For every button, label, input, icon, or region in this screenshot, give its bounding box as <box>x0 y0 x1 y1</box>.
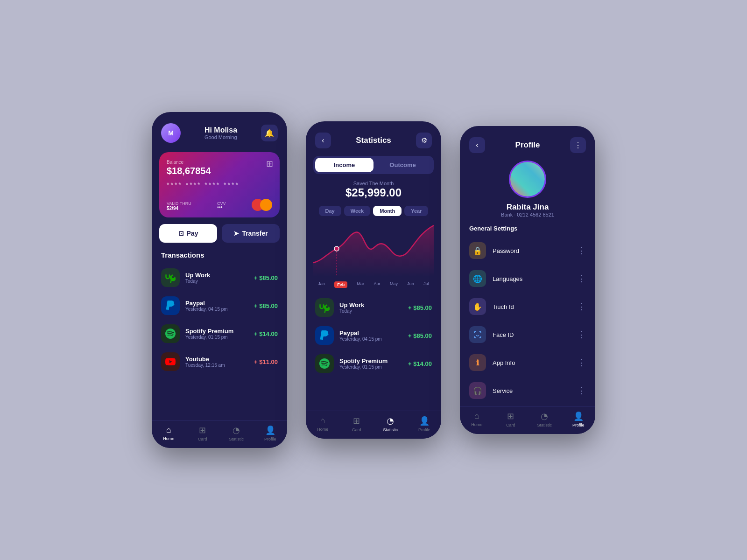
settings-touch-id[interactable]: ✋ Tiuch Id ⋮ <box>460 293 595 321</box>
nav-statistic[interactable]: ◔ Statistic <box>528 411 562 427</box>
settings-app-info[interactable]: ℹ App Info ⋮ <box>460 349 595 377</box>
transaction-row[interactable]: Up Work Today + $85.00 <box>152 264 287 292</box>
more-options-button[interactable]: ⋮ <box>570 137 586 153</box>
nav-card[interactable]: ⊞ Card <box>186 425 220 441</box>
chart-icon: ◔ <box>233 425 240 435</box>
spotify-amount: + $14.00 <box>408 360 432 367</box>
languages-more[interactable]: ⋮ <box>578 273 586 284</box>
back-button[interactable]: ‹ <box>469 137 485 153</box>
month-feb[interactable]: Feb <box>334 281 347 288</box>
nav-profile[interactable]: 👤 Profile <box>408 416 442 432</box>
home-icon: ⌂ <box>474 411 479 421</box>
transaction-row[interactable]: Paypal Yesterday, 04:15 pm + $85.00 <box>152 292 287 320</box>
nav-profile[interactable]: 👤 Profile <box>254 425 288 441</box>
greeting-sub: Good Morning <box>204 134 237 140</box>
person-icon: 👤 <box>419 416 430 426</box>
period-day[interactable]: Day <box>319 206 341 216</box>
spotify-info: Spotify Premium Yesterday, 01:15 pm <box>339 357 402 370</box>
youtube-logo <box>161 352 180 371</box>
nav-home[interactable]: ⌂ Home <box>306 416 340 432</box>
nav-profile-label: Profile <box>572 423 585 427</box>
avatar-ring <box>509 161 546 198</box>
nav-statistic[interactable]: ◔ Statistic <box>219 425 254 441</box>
password-more[interactable]: ⋮ <box>578 245 586 256</box>
payment-card: ⊞ Balance $18,67854 **** **** **** **** … <box>159 152 280 217</box>
period-week[interactable]: Week <box>344 206 371 216</box>
nav-statistic[interactable]: ◔ Statistic <box>374 416 408 432</box>
transfer-button[interactable]: ➤ Transfer <box>222 224 280 243</box>
month-apr: Apr <box>374 281 380 288</box>
chart-area <box>313 221 434 277</box>
greeting: Hi Molisa Good Morning <box>204 126 237 140</box>
password-label: Password <box>493 247 571 254</box>
profile-name: Rabita Jina <box>507 203 549 212</box>
youtube-info: Youtube Tuesday, 12:15 am <box>185 356 248 368</box>
touch-id-icon: ✋ <box>469 298 486 315</box>
languages-label: Languages <box>493 275 571 282</box>
nav-home[interactable]: ⌂ Home <box>152 425 186 441</box>
home-icon: ⌂ <box>166 425 171 435</box>
touch-id-more[interactable]: ⋮ <box>578 301 586 312</box>
settings-password[interactable]: 🔒 Password ⋮ <box>460 237 595 265</box>
stat-transaction-row[interactable]: Paypal Yesterday, 04:15 pm + $85.00 <box>306 322 441 350</box>
saved-amount: $25,999.00 <box>306 186 441 199</box>
pay-button[interactable]: ⊡ Pay <box>159 224 217 243</box>
paypal-amount: + $85.00 <box>254 302 278 309</box>
bank-info: Bank · 0212 4562 8521 <box>501 212 554 217</box>
transaction-row[interactable]: Spotify Premium Yesterday, 01:15 pm + $1… <box>152 320 287 348</box>
settings-languages[interactable]: 🌐 Languages ⋮ <box>460 265 595 293</box>
nav-card[interactable]: ⊞ Card <box>340 416 374 432</box>
settings-service[interactable]: 🎧 Service ⋮ <box>460 377 595 405</box>
service-more[interactable]: ⋮ <box>578 385 586 396</box>
face-id-more[interactable]: ⋮ <box>578 329 586 340</box>
stats-title: Statistics <box>356 136 391 145</box>
saved-label: Saved The Month <box>306 181 441 186</box>
profile-title: Profile <box>515 140 540 150</box>
card-cvv: CVV *** <box>217 201 226 211</box>
notification-bell[interactable]: 🔔 <box>261 125 278 141</box>
income-outcome-tabs: Income Outcome <box>313 156 434 174</box>
service-label: Service <box>493 387 571 394</box>
nav-profile-label: Profile <box>418 427 430 432</box>
avatar-image <box>510 162 545 196</box>
period-year[interactable]: Year <box>404 206 428 216</box>
stat-transaction-row[interactable]: Spotify Premium Yesterday, 01:15 pm + $1… <box>306 350 441 378</box>
avatar: M <box>161 123 181 143</box>
screen-profile: ‹ Profile ⋮ Rabita Jina Bank · 0212 4562… <box>460 126 595 434</box>
income-tab[interactable]: Income <box>315 158 374 172</box>
back-button[interactable]: ‹ <box>315 133 331 148</box>
card-icon: ⊞ <box>199 425 206 435</box>
nav-home[interactable]: ⌂ Home <box>460 411 494 427</box>
month-jan: Jan <box>318 281 325 288</box>
profile-section: Rabita Jina Bank · 0212 4562 8521 <box>460 161 595 217</box>
card-icon: ⊞ <box>353 416 360 426</box>
nav-home-label: Home <box>317 427 328 432</box>
saved-section: Saved The Month $25,999.00 <box>306 181 441 199</box>
stats-header: ‹ Statistics ⚙ <box>306 121 441 156</box>
nav-card[interactable]: ⊞ Card <box>494 411 528 427</box>
transaction-row[interactable]: Youtube Tuesday, 12:15 am + $11.00 <box>152 348 287 376</box>
paypal-logo <box>161 296 180 315</box>
card-bottom: VALID THRU 52/94 CVV *** <box>167 199 272 211</box>
period-month[interactable]: Month <box>373 206 402 216</box>
outcome-tab[interactable]: Outcome <box>374 158 432 172</box>
balance-amount: $18,67854 <box>167 166 272 176</box>
stat-transaction-row[interactable]: Up Work Today + $85.00 <box>306 294 441 322</box>
nav-statistic-label: Statistic <box>383 427 398 432</box>
header: M Hi Molisa Good Morning 🔔 <box>152 112 287 148</box>
greeting-name: Hi Molisa <box>204 126 237 134</box>
nav-profile-label: Profile <box>264 437 276 441</box>
nav-card-label: Card <box>198 437 207 441</box>
cvv-label: CVV <box>217 201 226 206</box>
nav-profile[interactable]: 👤 Profile <box>562 411 596 427</box>
month-jun: Jun <box>407 281 414 288</box>
upwork-logo <box>161 268 180 287</box>
nav-statistic-label: Statistic <box>229 437 244 441</box>
app-info-more[interactable]: ⋮ <box>578 357 586 368</box>
spotify-amount: + $14.00 <box>254 330 278 337</box>
person-icon: 👤 <box>265 425 275 435</box>
nav-card-label: Card <box>352 427 361 432</box>
upwork-amount: + $85.00 <box>254 274 278 281</box>
settings-face-id[interactable]: Face ID ⋮ <box>460 321 595 349</box>
settings-button[interactable]: ⚙ <box>416 133 432 148</box>
